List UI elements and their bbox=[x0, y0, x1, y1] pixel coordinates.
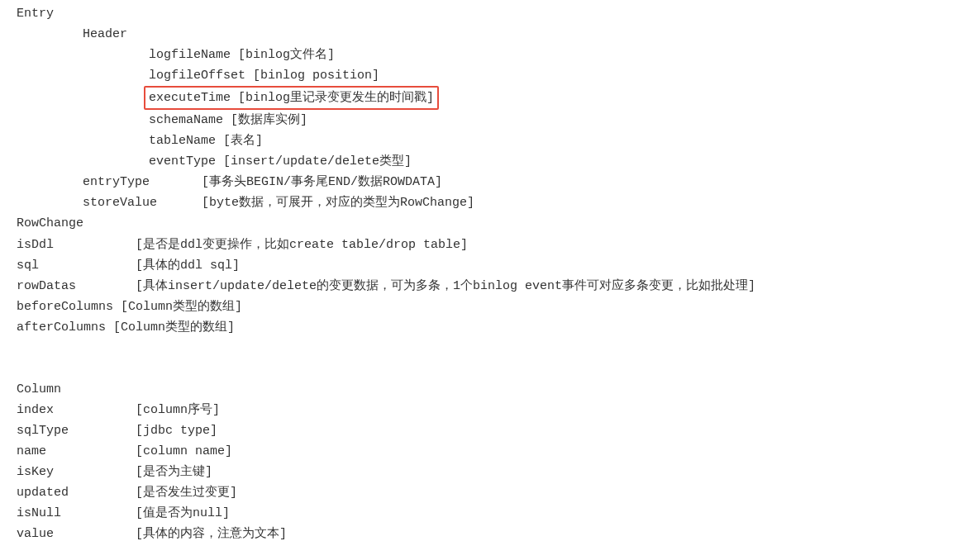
field-rowdatas: rowDatas [具体insert/update/delete的变更数据，可为… bbox=[17, 276, 955, 297]
field-executetime-highlighted: executeTime [binlog里记录变更发生的时间戳] bbox=[17, 86, 955, 110]
field-index: index [column序号] bbox=[17, 400, 955, 420]
field-logfileoffset: logfileOffset [binlog position] bbox=[17, 65, 955, 86]
field-tablename: tableName [表名] bbox=[17, 131, 955, 151]
header-label: Header bbox=[17, 24, 955, 45]
entry-label: Entry bbox=[17, 3, 955, 24]
field-sqltype: sqlType [jdbc type] bbox=[17, 420, 955, 441]
field-sql: sql [具体的ddl sql] bbox=[17, 255, 955, 276]
field-aftercolumns: afterColumns [Column类型的数组] bbox=[17, 317, 955, 338]
column-label: Column bbox=[17, 379, 955, 400]
field-isddl: isDdl [是否是ddl变更操作，比如create table/drop ta… bbox=[17, 235, 955, 255]
field-isnull: isNull [值是否为null] bbox=[17, 503, 955, 524]
field-storevalue: storeValue [byte数据，可展开，对应的类型为RowChange] bbox=[17, 192, 955, 213]
field-iskey: isKey [是否为主键] bbox=[17, 462, 955, 482]
field-executetime: executeTime [binlog里记录变更发生的时间戳] bbox=[149, 91, 434, 105]
field-beforecolumns: beforeColumns [Column类型的数组] bbox=[17, 297, 955, 317]
field-updated: updated [是否发生过变更] bbox=[17, 482, 955, 503]
blank-line-1 bbox=[17, 338, 955, 358]
blank-line-2 bbox=[17, 358, 955, 379]
field-name: name [column name] bbox=[17, 441, 955, 462]
rowchange-label: RowChange bbox=[17, 213, 955, 234]
field-value: value [具体的内容，注意为文本] bbox=[17, 524, 955, 544]
highlight-box: executeTime [binlog里记录变更发生的时间戳] bbox=[144, 86, 439, 110]
field-schemaname: schemaName [数据库实例] bbox=[17, 110, 955, 131]
schema-document: Entry Header logfileName [binlog文件名] log… bbox=[17, 3, 955, 544]
field-logfilename: logfileName [binlog文件名] bbox=[17, 45, 955, 65]
field-entrytype: entryType [事务头BEGIN/事务尾END/数据ROWDATA] bbox=[17, 172, 955, 192]
field-eventtype: eventType [insert/update/delete类型] bbox=[17, 151, 955, 172]
